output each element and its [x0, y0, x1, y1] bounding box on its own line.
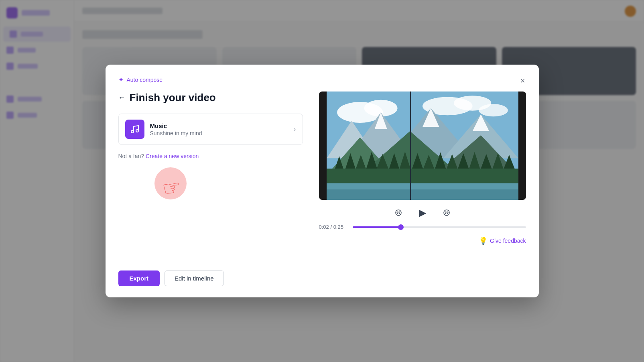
music-card[interactable]: Music Sunshine in my mind › [118, 114, 303, 145]
svg-point-0 [131, 130, 134, 133]
give-feedback-row: 💡 Give feedback [319, 236, 526, 245]
fast-forward-button[interactable] [439, 205, 454, 220]
music-info: Music Sunshine in my mind [150, 122, 288, 136]
music-icon-box [125, 120, 144, 139]
video-controls: ▶ 0:02 / 0:25 [319, 205, 526, 230]
edit-timeline-button[interactable]: Edit in timeline [165, 270, 224, 286]
export-button[interactable]: Export [118, 270, 160, 286]
video-preview [319, 92, 526, 200]
video-playhead [410, 92, 411, 200]
fast-forward-icon [442, 208, 451, 217]
mountain-scene-svg [319, 92, 526, 200]
progress-track[interactable] [353, 226, 526, 228]
music-card-subtitle: Sunshine in my mind [150, 130, 288, 136]
create-new-version-link[interactable]: Create a new version [146, 153, 199, 159]
auto-compose-label: Auto compose [127, 77, 163, 83]
control-buttons: ▶ [391, 205, 454, 220]
close-button[interactable]: × [516, 74, 529, 87]
music-card-title: Music [150, 122, 288, 129]
give-feedback-button[interactable]: Give feedback [490, 238, 526, 244]
not-a-fan-row: Not a fan? Create a new version [118, 153, 303, 159]
cursor-illustration: ☞ [118, 171, 303, 203]
bottom-actions: Export Edit in timeline [118, 262, 303, 286]
left-panel: ← Finish your video Music Sunshine [118, 92, 303, 286]
progress-row: 0:02 / 0:25 [319, 224, 526, 230]
music-note-icon [130, 124, 140, 134]
play-button[interactable]: ▶ [415, 205, 430, 220]
auto-compose-icon: ✦ [118, 76, 124, 83]
svg-point-7 [479, 104, 508, 116]
page-title: Finish your video [130, 92, 216, 104]
modal-overlay: ✦ Auto compose × ← Finish your video [0, 0, 644, 362]
finish-video-modal: ✦ Auto compose × ← Finish your video [106, 65, 539, 297]
svg-point-1 [136, 130, 138, 132]
chevron-right-icon: › [294, 125, 296, 134]
rewind-button[interactable] [391, 205, 406, 220]
time-display: 0:02 / 0:25 [319, 224, 347, 230]
back-button[interactable]: ← [118, 94, 126, 102]
rewind-icon [394, 208, 403, 217]
modal-header: ✦ Auto compose × [118, 76, 526, 83]
cursor-hand-icon: ☞ [160, 176, 183, 199]
right-panel: ▶ 0:02 / 0:25 [319, 92, 526, 286]
not-a-fan-text: Not a fan? [118, 153, 144, 159]
progress-thumb [398, 224, 404, 230]
progress-fill [353, 226, 401, 228]
feedback-icon: 💡 [479, 236, 488, 245]
back-row: ← Finish your video [118, 92, 303, 104]
modal-body: ← Finish your video Music Sunshine [118, 92, 526, 286]
svg-rect-36 [327, 189, 518, 200]
